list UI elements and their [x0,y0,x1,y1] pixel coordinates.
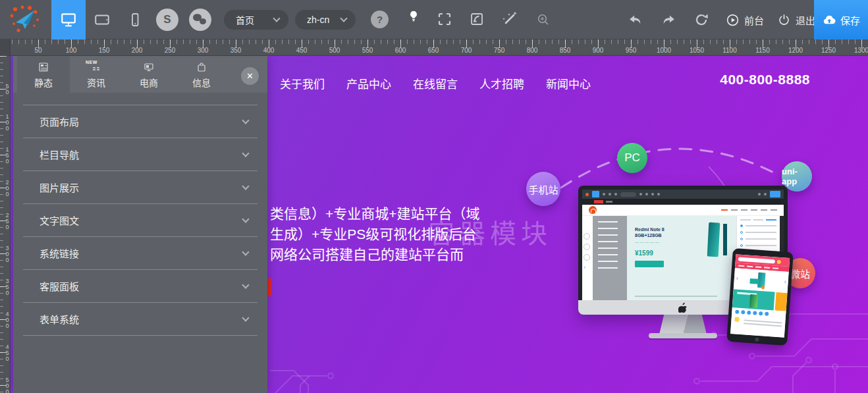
site-nav-item[interactable]: 新闻中心 [546,75,591,92]
mini-product-image [707,223,720,257]
mini-site-header [582,205,784,216]
redo-button[interactable] [660,13,677,28]
front-site-label: 前台 [744,13,764,27]
tab-ecommerce[interactable]: 电商 [122,56,175,93]
front-site-button[interactable]: 前台 [726,0,764,39]
language-select-dropdown[interactable]: zh-cn [295,10,356,30]
site-nav-item[interactable]: 产品中心 [346,75,391,92]
site-phone-number: 400-800-8888 [720,72,810,88]
device-tablet-button[interactable] [86,0,119,39]
miniprogram-button[interactable]: S [156,9,178,31]
site-nav-item[interactable]: 关于我们 [280,75,325,92]
ruler-label: 900 [593,47,604,54]
mini-buy-button [635,261,664,267]
panel-section-row[interactable]: 页面布局 [23,105,258,138]
chevron-down-icon [242,314,249,321]
bubble-mobile-site: 手机站 [526,172,560,206]
ruler-label: 150 [4,146,11,164]
fullscreen-icon [437,11,452,27]
redo-icon [660,13,677,28]
ruler-label: 650 [428,47,439,54]
bubble-label: PC [624,151,640,165]
magic-wand-button[interactable] [501,10,519,28]
tab-label: 电商 [140,76,158,89]
zoom-button[interactable] [535,12,551,28]
hidden-red-button[interactable] [267,278,271,296]
site-body-text: 类信息）+专业商城+建站平台（域 生成）+专业PS级可视化排版后台 网络公司搭建… [270,203,480,265]
exit-label: 退出 [796,13,815,27]
import-template-button[interactable] [469,11,485,27]
panel-section-row[interactable]: 栏目导航 [23,138,258,170]
apple-logo-icon [678,302,688,313]
ruler-label: 400 [4,311,11,328]
ruler-label: 500 [4,377,11,393]
site-body-line: 生成）+专业PS级可视化排版后台 [270,224,480,244]
refresh-icon [693,12,709,28]
imac-base [649,333,717,338]
lightbulb-icon [406,9,421,24]
power-icon [777,13,791,27]
chevron-down-icon [242,281,249,288]
shop-icon [144,62,154,72]
ruler-label: 1100 [722,47,737,54]
question-mark-icon: ? [377,14,383,25]
site-nav-item[interactable]: 在线留言 [413,75,458,92]
panel-section-row[interactable]: 图片展示 [23,170,258,203]
fullscreen-button[interactable] [437,11,452,27]
ruler-label: 700 [461,47,472,54]
tab-info[interactable]: 信息 [175,56,228,93]
panel-section-label: 客服面板 [40,279,79,293]
panel-section-label: 系统链接 [40,246,79,260]
imac-illustration: ‹ Redmi Note 8 8GB+128GB — — — — — ¥1599 [568,182,802,347]
tablet-illustration: ‹› [726,248,794,346]
mini-page-bar [582,199,784,205]
panel-tabs: 静态 资讯 NEW 电商 信息 [13,56,267,101]
mini-product-image [723,224,727,255]
magnifier-plus-icon [535,12,551,28]
tablet-screen: ‹› [730,254,790,337]
ruler-label: 400 [263,47,275,54]
cloud-upload-icon [822,14,836,26]
device-phone-button[interactable] [119,0,151,39]
tab-news[interactable]: 资讯 NEW [70,56,122,93]
tablet-banner [732,289,775,310]
tablet-icon [94,11,111,28]
site-nav-item[interactable]: 人才招聘 [479,75,524,92]
page-select-dropdown[interactable]: 首页 [224,10,288,30]
bag-icon [196,62,207,72]
ruler-label: 250 [165,47,176,54]
tips-button[interactable] [406,9,421,24]
panel-section-label: 页面布局 [40,115,79,128]
panel-section-row[interactable]: 表单系统 [23,302,258,335]
exit-button[interactable]: 退出 [777,0,815,39]
bubble-label: 手机站 [528,182,558,196]
device-desktop-button[interactable] [51,0,86,39]
tab-static[interactable]: 静态 [17,56,70,101]
wechat-icon [192,13,208,27]
ruler-label: 850 [560,47,571,54]
save-label: 保存 [840,13,860,27]
refresh-button[interactable] [693,12,709,28]
tablet-orange-tile [775,292,788,311]
panel-section-row[interactable]: 系统链接 [23,236,258,269]
page-select-value: 首页 [236,13,254,26]
mini-product-spec: 8GB+128GB [635,232,694,238]
ruler-label: 1000 [657,47,671,54]
panel-section-row[interactable]: 客服面板 [23,269,258,302]
ruler-label: 100 [66,47,77,54]
ruler-label: 1050 [690,47,704,54]
top-toolbar: S 首页 zh-cn ? [0,0,868,39]
tablet-home-button [755,338,759,342]
imac-stand [659,315,707,334]
close-icon: ✕ [246,71,254,81]
ruler-label: 350 [231,47,242,54]
ruler-label: 950 [626,47,637,54]
panel-close-button[interactable]: ✕ [241,67,259,85]
panel-section-row[interactable]: 文字图文 [23,203,258,236]
wechat-button[interactable] [189,9,211,31]
undo-button[interactable] [627,13,644,28]
tab-badge: NEW [86,60,97,65]
save-button[interactable]: 保存 [814,0,868,39]
help-button[interactable]: ? [371,11,389,28]
ruler-label: 50 [4,83,11,95]
